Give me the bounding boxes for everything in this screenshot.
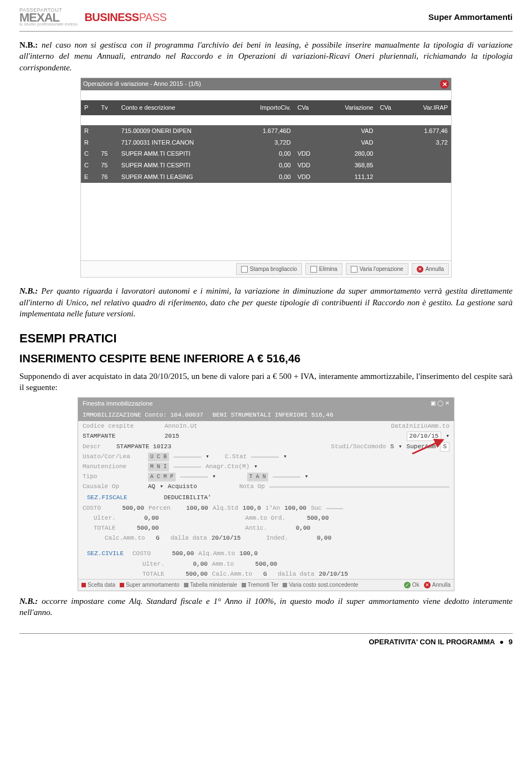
annulla-button[interactable]: ✕Annulla	[424, 581, 451, 589]
val-superamm-s[interactable]: S	[440, 442, 449, 452]
val-studi-code[interactable]: S	[390, 443, 394, 451]
val-calc[interactable]: G	[150, 534, 166, 542]
val-datainizio[interactable]: 20/10/15	[407, 432, 442, 441]
val-calc-civ[interactable]: G	[257, 570, 273, 578]
val-anno[interactable]: 2015	[165, 432, 179, 440]
scelta-data-button[interactable]: Scelta data	[81, 581, 115, 589]
table-row[interactable]: R717.00031 INTER.CANON3,72DVAD3,72	[81, 137, 451, 148]
nb3-label: N.B.:	[19, 597, 38, 606]
table-row[interactable]: E76SUPER AMM.TI LEASING0,00VDD111,12	[81, 171, 451, 183]
val-inded[interactable]: 0,00	[293, 534, 331, 542]
lbl-deducibilita: DEDUCIBILITA'	[164, 494, 212, 502]
dropdown-icon[interactable]: ▾	[254, 463, 258, 471]
lbl-percen: Percen	[149, 504, 171, 512]
ss2-titlebar: Finestra immobilizzazione ▣ ◯ ✕	[78, 398, 454, 409]
logo-mexal: PASSEPARTOUT MEXAL lo studio professiona…	[19, 8, 78, 27]
val-percen[interactable]: 100,00	[175, 504, 208, 512]
lbl-calc-civ: Calc.Amm.to	[212, 570, 253, 578]
val-codice[interactable]: STAMPANTE	[83, 432, 144, 440]
dropdown-icon[interactable]: ▾	[212, 473, 216, 481]
lbl-inded: Inded.	[266, 534, 288, 542]
val-causale[interactable]: AQ	[148, 483, 155, 491]
input-tan[interactable]	[273, 476, 300, 478]
lbl-antic: Antic.	[245, 524, 268, 532]
val-costo[interactable]: 500,00	[105, 504, 144, 512]
lbl-ammto: Amm.to	[212, 560, 234, 568]
elimina-button[interactable]: Elimina	[305, 263, 342, 275]
val-ulter[interactable]: 0,00	[120, 514, 159, 522]
paragraph-3: Supponendo di aver acquistato in data 20…	[19, 371, 513, 393]
dropdown-icon[interactable]: ▾	[398, 443, 402, 451]
val-dalla-civ[interactable]: 20/10/15	[319, 570, 348, 578]
val-ulter-civ[interactable]: 0,00	[169, 560, 208, 568]
dropdown-icon[interactable]: ▾	[206, 453, 209, 461]
val-studi-text: SuperAmm	[407, 443, 436, 451]
caps-manu: M N I	[148, 463, 169, 471]
dot-icon	[283, 583, 287, 587]
input-suc[interactable]	[326, 508, 343, 509]
dropdown-icon[interactable]: ▾	[446, 432, 449, 440]
val-antic[interactable]: 0,00	[272, 524, 310, 532]
col-desc: Conto e descrizione	[118, 100, 238, 115]
footer-text: OPERATIVITA' CON IL PROGRAMMA	[369, 638, 494, 646]
lbl-ulter: Ulter.	[94, 514, 116, 522]
lbl-manutenzione: Manutenzione	[83, 463, 144, 471]
lbl-totale-civ: TOTALE	[142, 570, 165, 578]
ss2-window-controls[interactable]: ▣ ◯ ✕	[431, 399, 449, 408]
lbl-totale: TOTALE	[94, 524, 116, 532]
table-row[interactable]: C75SUPER AMM.TI CESPITI0,00VDD368,85	[81, 160, 451, 171]
lbl-datainizio: DataInizioAmm.to	[391, 422, 449, 430]
val-dalla[interactable]: 20/10/15	[212, 534, 241, 542]
lbl-calc: Calc.Amm.to	[105, 534, 145, 542]
delete-icon	[310, 266, 317, 273]
heading-inserimento: INSERIMENTO CESPITE BENE INFERIORE A € 5…	[19, 351, 513, 366]
super-amm-button[interactable]: Super ammortamento	[120, 581, 180, 589]
input-tipo[interactable]	[180, 476, 208, 478]
varia-costo-button[interactable]: Varia costo sost.concedente	[283, 581, 358, 589]
val-ammto[interactable]: 500,00	[238, 560, 277, 568]
input-manu[interactable]	[173, 467, 201, 468]
table-row[interactable]: C75SUPER AMM.TI CESPITI0,00VDD280,00	[81, 148, 451, 160]
close-icon[interactable]: ✕	[440, 80, 449, 89]
val-primo[interactable]: 100,00	[284, 504, 306, 512]
val-descr[interactable]: STAMPANTE 10I23	[116, 443, 171, 451]
print-icon	[241, 266, 248, 273]
dropdown-icon[interactable]: ▾	[283, 453, 287, 461]
input-usato[interactable]	[173, 457, 201, 458]
tremonti-button[interactable]: Tremonti Ter	[242, 581, 279, 589]
ss1-footer: Stampa brogliaccio Elimina Varia l'opera…	[81, 260, 451, 278]
heading-esempi: ESEMPI PRATICI	[19, 330, 513, 347]
nb1-text: nel caso non si gestisca con il programm…	[19, 40, 513, 72]
lbl-alqstd: Alq.Std	[213, 504, 238, 512]
val-costo-civ[interactable]: 500,00	[155, 550, 194, 558]
varia-label: Varia l'operazione	[360, 265, 403, 273]
footer-page: 9	[509, 638, 513, 646]
nb2-text: Per quanto riguarda i lavoratori autonom…	[19, 286, 513, 318]
input-cstat[interactable]	[251, 457, 279, 458]
table-row[interactable]: R715.00009 ONERI DIPEN1.677,46DVAD1.677,…	[81, 125, 451, 137]
lbl-alqamm: Alq.Amm.to	[198, 550, 235, 558]
varia-button[interactable]: Varia l'operazione	[346, 263, 408, 275]
annulla-label: Annulla	[426, 265, 444, 273]
annulla-button[interactable]: ✕Annulla	[412, 263, 449, 275]
lbl-cstat: C.Stat	[225, 453, 247, 461]
lbl-suc: Suc	[311, 504, 322, 512]
stampa-button[interactable]: Stampa brogliaccio	[236, 263, 302, 275]
lbl-studi: Studi/SocComodo	[331, 443, 386, 451]
dropdown-icon[interactable]: ▾	[160, 483, 163, 491]
logo-block: PASSEPARTOUT MEXAL lo studio professiona…	[19, 8, 167, 27]
dropdown-icon[interactable]: ▾	[305, 473, 309, 481]
val-alqstd[interactable]: 100,0	[243, 504, 261, 512]
val-alqamm[interactable]: 100,0	[239, 550, 258, 558]
lbl-codice: Codice cespite	[83, 422, 144, 430]
lbl-primo: 1°An	[265, 504, 280, 512]
dot-icon	[81, 583, 86, 587]
ok-button[interactable]: ✓Ok	[404, 581, 420, 589]
ss1-empty-area	[81, 183, 451, 260]
ss1-header-row: P Tv Conto e descrizione ImportoCiv. CVa…	[81, 100, 451, 115]
tabella-min-button[interactable]: Tabella ministeriale	[184, 581, 237, 589]
cancel-icon: ✕	[424, 582, 431, 588]
caps-usato: U C B	[148, 453, 169, 462]
input-nota[interactable]	[269, 486, 449, 488]
val-ammord[interactable]: 500,00	[290, 514, 329, 522]
